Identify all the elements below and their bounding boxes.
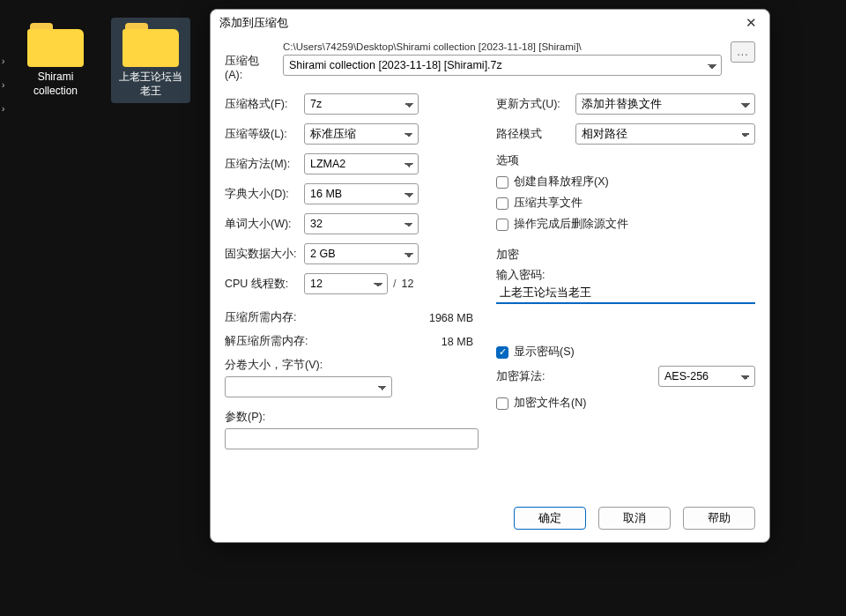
- folder-label: 上老王论坛当老王: [116, 71, 185, 98]
- pathmode-label: 路径模式: [496, 127, 575, 142]
- show-password-checkbox[interactable]: ✓: [496, 346, 508, 359]
- mem-comp-label: 压缩所需内存:: [225, 310, 349, 325]
- cpu-total: 12: [401, 278, 413, 290]
- help-button[interactable]: 帮助: [683, 507, 755, 530]
- dict-label: 字典大小(D):: [225, 187, 304, 202]
- sfx-label: 创建自释放程序(X): [514, 174, 609, 189]
- share-checkbox[interactable]: [496, 197, 508, 210]
- archive-name-select[interactable]: Shirami collection [2023-11-18] [Shirami…: [283, 55, 722, 76]
- share-label: 压缩共享文件: [514, 196, 583, 211]
- enc-method-select[interactable]: AES-256: [658, 366, 755, 387]
- close-icon[interactable]: ✕: [741, 13, 761, 33]
- archive-path-display: C:\Users\74259\Desktop\Shirami collectio…: [283, 41, 722, 52]
- enc-pass-label: 输入密码:: [496, 268, 755, 283]
- dialog-title: 添加到压缩包: [219, 15, 288, 31]
- rail-chevron-icon[interactable]: ›: [0, 104, 7, 114]
- mem-decomp-value: 18 MB: [349, 336, 479, 348]
- add-to-archive-dialog: 添加到压缩包 ✕ 压缩包(A): C:\Users\74259\Desktop\…: [210, 9, 770, 543]
- solid-label: 固实数据大小:: [225, 247, 304, 262]
- titlebar: 添加到压缩包 ✕: [211, 10, 769, 36]
- level-select[interactable]: 标准压缩: [304, 123, 419, 145]
- encryption-title: 加密: [496, 248, 755, 263]
- cpu-slash: /: [393, 278, 396, 290]
- left-column: 压缩格式(F): 7z 压缩等级(L): 标准压缩 压缩方法(M): LZMA2…: [225, 93, 479, 449]
- browse-button[interactable]: ...: [731, 41, 755, 63]
- folder-label: Shirami collection: [21, 71, 90, 98]
- options-title: 选项: [496, 153, 755, 168]
- ok-button[interactable]: 确定: [514, 507, 586, 530]
- method-label: 压缩方法(M):: [225, 157, 304, 172]
- right-column: 更新方式(U): 添加并替换文件 路径模式 相对路径 选项 创建自释放程序(X)…: [496, 93, 755, 449]
- split-label: 分卷大小，字节(V):: [225, 358, 479, 373]
- delete-label: 操作完成后删除源文件: [514, 217, 628, 232]
- level-label: 压缩等级(L):: [225, 127, 304, 142]
- rail-chevron-icon[interactable]: ›: [0, 56, 7, 66]
- update-label: 更新方式(U):: [496, 97, 575, 112]
- folder-item-shirami[interactable]: Shirami collection: [16, 18, 95, 103]
- archive-label: 压缩包(A):: [225, 41, 274, 81]
- pathmode-select[interactable]: 相对路径: [575, 123, 755, 145]
- rail-chevron-icon[interactable]: ›: [0, 80, 7, 90]
- update-select[interactable]: 添加并替换文件: [575, 93, 755, 115]
- split-select[interactable]: [225, 376, 392, 397]
- params-label: 参数(P):: [225, 410, 479, 425]
- enc-method-label: 加密算法:: [496, 369, 658, 384]
- dialog-content: 压缩包(A): C:\Users\74259\Desktop\Shirami c…: [211, 36, 769, 498]
- show-password-label: 显示密码(S): [514, 345, 575, 360]
- format-select[interactable]: 7z: [304, 93, 419, 115]
- word-label: 单词大小(W):: [225, 217, 304, 232]
- dict-select[interactable]: 16 MB: [304, 183, 419, 204]
- cpu-select[interactable]: 12: [304, 273, 388, 294]
- cancel-button[interactable]: 取消: [598, 507, 671, 530]
- sfx-checkbox[interactable]: [496, 176, 508, 189]
- method-select[interactable]: LZMA2: [304, 153, 419, 174]
- cpu-label: CPU 线程数:: [225, 277, 304, 292]
- dialog-footer: 确定 取消 帮助: [211, 498, 769, 542]
- encrypt-filenames-label: 加密文件名(N): [514, 396, 586, 411]
- mem-comp-value: 1968 MB: [349, 312, 479, 324]
- delete-checkbox[interactable]: [496, 219, 508, 231]
- word-select[interactable]: 32: [304, 213, 419, 234]
- params-input[interactable]: [225, 428, 479, 449]
- password-input[interactable]: [496, 283, 755, 304]
- encrypt-filenames-checkbox[interactable]: [496, 397, 508, 410]
- solid-select[interactable]: 2 GB: [304, 243, 419, 264]
- folder-item-laowang[interactable]: 上老王论坛当老王: [111, 18, 190, 103]
- nav-rail: › › ›: [0, 0, 7, 616]
- format-label: 压缩格式(F):: [225, 97, 304, 112]
- mem-decomp-label: 解压缩所需内存:: [225, 334, 349, 349]
- folder-icon: [122, 23, 179, 67]
- folder-icon: [27, 23, 84, 67]
